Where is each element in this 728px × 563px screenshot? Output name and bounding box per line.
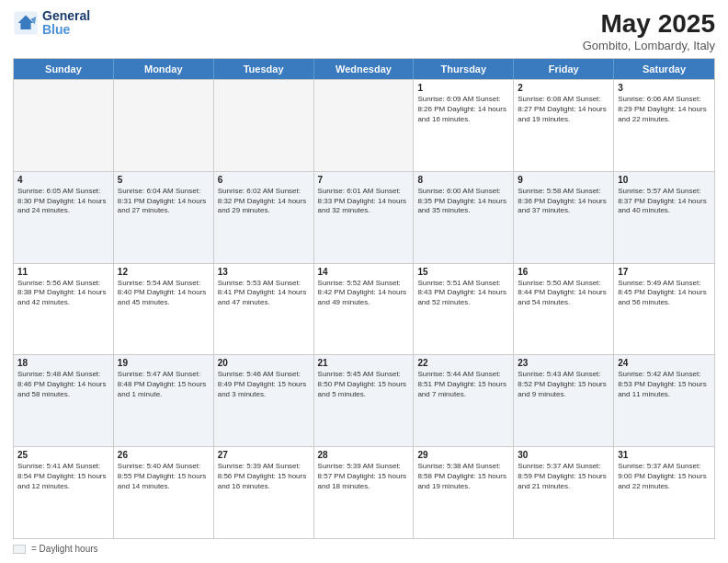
calendar-cell-day-18: 18Sunrise: 5:48 AM Sunset: 8:46 PM Dayli… <box>14 355 114 446</box>
day-number: 21 <box>318 358 410 368</box>
day-number: 20 <box>218 358 310 368</box>
cell-info: Sunrise: 6:02 AM Sunset: 8:32 PM Dayligh… <box>218 187 310 216</box>
cell-info: Sunrise: 6:04 AM Sunset: 8:31 PM Dayligh… <box>118 187 210 216</box>
weekday-header-sunday: Sunday <box>14 59 114 79</box>
calendar-cell-empty <box>114 80 214 171</box>
calendar-cell-day-5: 5Sunrise: 6:04 AM Sunset: 8:31 PM Daylig… <box>114 172 214 263</box>
cell-info: Sunrise: 5:49 AM Sunset: 8:45 PM Dayligh… <box>618 279 711 308</box>
calendar-cell-day-15: 15Sunrise: 5:51 AM Sunset: 8:43 PM Dayli… <box>414 264 514 355</box>
day-number: 24 <box>618 358 711 368</box>
calendar-cell-day-2: 2Sunrise: 6:08 AM Sunset: 8:27 PM Daylig… <box>514 80 614 171</box>
calendar-row-2: 11Sunrise: 5:56 AM Sunset: 8:38 PM Dayli… <box>14 263 714 355</box>
weekday-header-wednesday: Wednesday <box>314 59 415 79</box>
cell-info: Sunrise: 6:06 AM Sunset: 8:29 PM Dayligh… <box>618 95 711 124</box>
day-number: 13 <box>218 267 310 277</box>
day-number: 28 <box>318 450 410 460</box>
day-number: 12 <box>118 267 210 277</box>
calendar-cell-day-30: 30Sunrise: 5:37 AM Sunset: 8:59 PM Dayli… <box>514 447 614 538</box>
cell-info: Sunrise: 5:41 AM Sunset: 8:54 PM Dayligh… <box>17 462 109 491</box>
cell-info: Sunrise: 5:50 AM Sunset: 8:44 PM Dayligh… <box>518 279 609 308</box>
day-number: 2 <box>518 83 609 93</box>
cell-info: Sunrise: 5:45 AM Sunset: 8:50 PM Dayligh… <box>318 370 410 399</box>
day-number: 7 <box>318 175 410 185</box>
day-number: 16 <box>518 267 609 277</box>
day-number: 4 <box>17 175 109 185</box>
calendar-cell-day-6: 6Sunrise: 6:02 AM Sunset: 8:32 PM Daylig… <box>214 172 314 263</box>
calendar-cell-day-10: 10Sunrise: 5:57 AM Sunset: 8:37 PM Dayli… <box>614 172 714 263</box>
day-number: 29 <box>417 450 509 460</box>
cell-info: Sunrise: 5:38 AM Sunset: 8:58 PM Dayligh… <box>417 462 509 491</box>
cell-info: Sunrise: 6:08 AM Sunset: 8:27 PM Dayligh… <box>518 95 609 124</box>
calendar-cell-day-7: 7Sunrise: 6:01 AM Sunset: 8:33 PM Daylig… <box>314 172 415 263</box>
calendar-cell-day-8: 8Sunrise: 6:00 AM Sunset: 8:35 PM Daylig… <box>414 172 514 263</box>
cell-info: Sunrise: 5:46 AM Sunset: 8:49 PM Dayligh… <box>218 370 310 399</box>
calendar-cell-day-14: 14Sunrise: 5:52 AM Sunset: 8:42 PM Dayli… <box>314 264 415 355</box>
cell-info: Sunrise: 5:52 AM Sunset: 8:42 PM Dayligh… <box>318 279 410 308</box>
day-number: 14 <box>318 267 410 277</box>
calendar-cell-day-25: 25Sunrise: 5:41 AM Sunset: 8:54 PM Dayli… <box>14 447 114 538</box>
cell-info: Sunrise: 5:44 AM Sunset: 8:51 PM Dayligh… <box>417 370 509 399</box>
weekday-header-thursday: Thursday <box>414 59 514 79</box>
calendar-header: SundayMondayTuesdayWednesdayThursdayFrid… <box>14 59 714 79</box>
cell-info: Sunrise: 5:43 AM Sunset: 8:52 PM Dayligh… <box>518 370 609 399</box>
calendar-row-4: 25Sunrise: 5:41 AM Sunset: 8:54 PM Dayli… <box>14 446 714 538</box>
calendar-cell-day-12: 12Sunrise: 5:54 AM Sunset: 8:40 PM Dayli… <box>114 264 214 355</box>
day-number: 5 <box>118 175 210 185</box>
day-number: 26 <box>118 450 210 460</box>
cell-info: Sunrise: 5:37 AM Sunset: 8:59 PM Dayligh… <box>518 462 609 491</box>
cell-info: Sunrise: 5:39 AM Sunset: 8:57 PM Dayligh… <box>318 462 410 491</box>
day-number: 9 <box>518 175 609 185</box>
calendar-cell-day-24: 24Sunrise: 5:42 AM Sunset: 8:53 PM Dayli… <box>614 355 714 446</box>
calendar-cell-empty <box>314 80 415 171</box>
cell-info: Sunrise: 6:00 AM Sunset: 8:35 PM Dayligh… <box>417 187 509 216</box>
logo: General Blue <box>13 9 90 38</box>
calendar-row-3: 18Sunrise: 5:48 AM Sunset: 8:46 PM Dayli… <box>14 354 714 446</box>
title-block: May 2025 Gombito, Lombardy, Italy <box>583 9 715 52</box>
logo-icon <box>13 10 39 36</box>
cell-info: Sunrise: 5:57 AM Sunset: 8:37 PM Dayligh… <box>618 187 711 216</box>
calendar-cell-day-31: 31Sunrise: 5:37 AM Sunset: 9:00 PM Dayli… <box>614 447 714 538</box>
day-number: 6 <box>218 175 310 185</box>
weekday-header-monday: Monday <box>114 59 214 79</box>
day-number: 23 <box>518 358 609 368</box>
cell-info: Sunrise: 6:09 AM Sunset: 8:26 PM Dayligh… <box>417 95 509 124</box>
calendar-cell-day-4: 4Sunrise: 6:05 AM Sunset: 8:30 PM Daylig… <box>14 172 114 263</box>
day-number: 30 <box>518 450 609 460</box>
page: General Blue May 2025 Gombito, Lombardy,… <box>0 0 728 563</box>
cell-info: Sunrise: 5:48 AM Sunset: 8:46 PM Dayligh… <box>17 370 109 399</box>
day-number: 19 <box>118 358 210 368</box>
cell-info: Sunrise: 5:42 AM Sunset: 8:53 PM Dayligh… <box>618 370 711 399</box>
calendar-cell-day-21: 21Sunrise: 5:45 AM Sunset: 8:50 PM Dayli… <box>314 355 415 446</box>
cell-info: Sunrise: 5:37 AM Sunset: 9:00 PM Dayligh… <box>618 462 711 491</box>
calendar-cell-day-17: 17Sunrise: 5:49 AM Sunset: 8:45 PM Dayli… <box>614 264 714 355</box>
cell-info: Sunrise: 5:51 AM Sunset: 8:43 PM Dayligh… <box>417 279 509 308</box>
legend-box <box>13 545 26 554</box>
cell-info: Sunrise: 6:05 AM Sunset: 8:30 PM Dayligh… <box>17 187 109 216</box>
calendar-cell-day-9: 9Sunrise: 5:58 AM Sunset: 8:36 PM Daylig… <box>514 172 614 263</box>
calendar-cell-day-11: 11Sunrise: 5:56 AM Sunset: 8:38 PM Dayli… <box>14 264 114 355</box>
calendar-cell-empty <box>214 80 314 171</box>
day-number: 17 <box>618 267 711 277</box>
calendar-cell-day-28: 28Sunrise: 5:39 AM Sunset: 8:57 PM Dayli… <box>314 447 415 538</box>
legend: = Daylight hours <box>13 544 715 554</box>
day-number: 18 <box>17 358 109 368</box>
cell-info: Sunrise: 5:54 AM Sunset: 8:40 PM Dayligh… <box>118 279 210 308</box>
calendar-cell-day-29: 29Sunrise: 5:38 AM Sunset: 8:58 PM Dayli… <box>414 447 514 538</box>
weekday-header-friday: Friday <box>514 59 614 79</box>
calendar-cell-day-20: 20Sunrise: 5:46 AM Sunset: 8:49 PM Dayli… <box>214 355 314 446</box>
calendar-cell-day-26: 26Sunrise: 5:40 AM Sunset: 8:55 PM Dayli… <box>114 447 214 538</box>
weekday-header-tuesday: Tuesday <box>214 59 314 79</box>
calendar-row-1: 4Sunrise: 6:05 AM Sunset: 8:30 PM Daylig… <box>14 171 714 263</box>
header: General Blue May 2025 Gombito, Lombardy,… <box>13 9 715 52</box>
day-number: 25 <box>17 450 109 460</box>
cell-info: Sunrise: 5:39 AM Sunset: 8:56 PM Dayligh… <box>218 462 310 491</box>
calendar-cell-day-22: 22Sunrise: 5:44 AM Sunset: 8:51 PM Dayli… <box>414 355 514 446</box>
calendar-cell-day-23: 23Sunrise: 5:43 AM Sunset: 8:52 PM Dayli… <box>514 355 614 446</box>
cell-info: Sunrise: 5:53 AM Sunset: 8:41 PM Dayligh… <box>218 279 310 308</box>
month-title: May 2025 <box>583 9 715 39</box>
cell-info: Sunrise: 5:56 AM Sunset: 8:38 PM Dayligh… <box>17 279 109 308</box>
calendar: SundayMondayTuesdayWednesdayThursdayFrid… <box>13 58 715 539</box>
day-number: 11 <box>17 267 109 277</box>
calendar-cell-day-19: 19Sunrise: 5:47 AM Sunset: 8:48 PM Dayli… <box>114 355 214 446</box>
day-number: 15 <box>417 267 509 277</box>
